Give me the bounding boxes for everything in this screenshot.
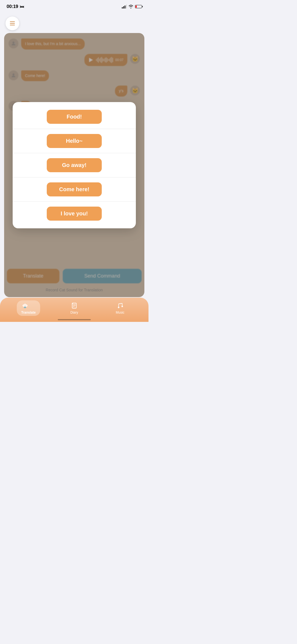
modal-item-go-away[interactable]: Go away!: [13, 153, 136, 177]
modal-item-love[interactable]: I love you!: [13, 202, 136, 226]
svg-point-15: [72, 303, 73, 304]
signal-icon: [122, 5, 127, 9]
modal-item-food[interactable]: Food!: [13, 105, 136, 129]
command-food-button[interactable]: Food!: [47, 110, 102, 124]
svg-line-19: [119, 303, 122, 304]
command-go-away-button[interactable]: Go away!: [47, 158, 102, 172]
music-tab-icon: [116, 302, 124, 309]
bed-icon: 🛏: [20, 4, 24, 9]
status-time: 00:19: [7, 4, 18, 9]
status-icons: [122, 5, 142, 9]
command-love-button[interactable]: I love you!: [47, 207, 102, 221]
tab-bar: Translate Diary: [0, 298, 148, 322]
tab-music[interactable]: Music: [97, 302, 143, 314]
menu-button[interactable]: [6, 17, 19, 30]
translate-tab-icon: [21, 302, 29, 310]
status-bar: 00:19 🛏: [0, 0, 148, 12]
home-indicator: [58, 319, 91, 320]
tab-diary[interactable]: Diary: [51, 302, 97, 314]
modal-item-come-here[interactable]: Come here!: [13, 177, 136, 202]
svg-point-20: [118, 307, 119, 308]
menu-lines-icon: [10, 21, 15, 25]
modal-overlay: Food! Hello~ Go away! Come here! I love …: [4, 33, 144, 297]
battery-icon: [135, 5, 142, 8]
command-modal: Food! Hello~ Go away! Come here! I love …: [13, 102, 136, 228]
tab-translate[interactable]: Translate: [6, 300, 51, 316]
tab-music-label: Music: [116, 311, 124, 314]
diary-tab-icon: [70, 302, 78, 309]
tab-translate-label: Translate: [21, 311, 36, 314]
tab-diary-label: Diary: [70, 311, 78, 314]
command-hello-button[interactable]: Hello~: [47, 134, 102, 148]
modal-item-hello[interactable]: Hello~: [13, 129, 136, 153]
svg-point-21: [121, 306, 123, 307]
command-come-here-button[interactable]: Come here!: [47, 182, 102, 196]
tab-active-background: Translate: [17, 300, 40, 316]
wifi-icon: [128, 5, 133, 9]
